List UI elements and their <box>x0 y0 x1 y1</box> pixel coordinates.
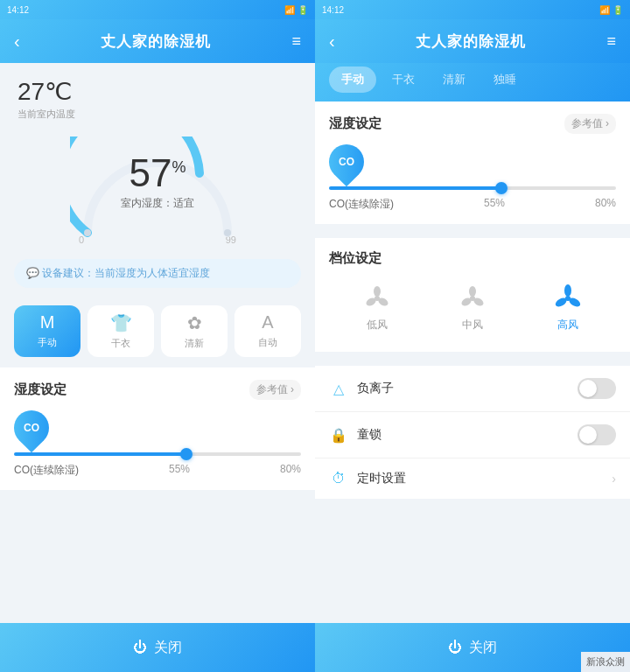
co-badge-text-right: CO <box>339 156 354 168</box>
left-content: 27℃ 当前室内温度 57% 室内湿度：适宜 <box>0 63 315 623</box>
left-header: ‹ 丈人家的除湿机 ≡ <box>0 19 315 63</box>
fan-mid[interactable]: 中风 <box>458 284 486 332</box>
right-header: ‹ 丈人家的除湿机 ≡ <box>315 19 630 63</box>
status-bar-right: 14:12 📶 🔋 <box>315 0 630 19</box>
gauge-section: 57% 室内湿度：适宜 0 99 <box>0 128 315 252</box>
gauge-center: 57% 室内湿度：适宜 <box>121 154 194 211</box>
divider-2 <box>315 359 630 366</box>
signal-icons: 📶 🔋 <box>284 5 308 15</box>
fan-title: 档位设定 <box>329 250 382 267</box>
time-left: 14:12 <box>7 5 29 15</box>
fan-grid: 低风 中风 <box>329 277 616 340</box>
tab-fresh[interactable]: 清新 <box>430 66 478 93</box>
ion-toggle-knob <box>579 380 597 397</box>
power-btn-left[interactable]: ⏻ 关闭 <box>0 623 315 672</box>
ref-btn-right[interactable]: 参考值 › <box>564 114 616 134</box>
timer-arrow-icon: › <box>612 472 616 486</box>
slider-thumb-right[interactable] <box>495 182 508 194</box>
co-badge-left: CO <box>7 403 57 453</box>
co-badge-text-left: CO <box>24 422 39 434</box>
advice-text: 💬 设备建议：当前湿度为人体适宜湿度 <box>26 266 210 281</box>
slider-label-mid: 55% <box>169 463 190 478</box>
ref-btn-left[interactable]: 参考值 › <box>249 380 301 400</box>
manual-label: 手动 <box>38 336 57 349</box>
slider-label-mid-right: 55% <box>484 197 505 212</box>
humidity-title-right: 湿度设定 <box>329 116 382 132</box>
humidity-slider-right[interactable] <box>329 186 616 190</box>
back-button[interactable]: ‹ <box>14 32 20 52</box>
power-label-right: 关闭 <box>469 639 497 657</box>
watermark: 新浪众测 <box>581 652 630 672</box>
humidity-percent: 57% <box>121 154 194 192</box>
slider-label-max: 80% <box>280 463 301 478</box>
co-badge-right: CO <box>322 137 372 187</box>
slider-label-co: CO(连续除湿) <box>14 463 79 478</box>
fan-header: 档位设定 <box>329 250 616 267</box>
toggle-timer-row[interactable]: ⏱ 定时设置 › <box>315 458 630 499</box>
temperature-section: 27℃ 当前室内温度 <box>0 63 315 128</box>
mode-tab-auto[interactable]: A 自动 <box>234 305 301 357</box>
fresh-icon: ✿ <box>187 312 202 333</box>
status-bar-left: 14:12 📶 🔋 <box>0 0 315 19</box>
ion-toggle[interactable] <box>578 378 616 399</box>
mode-tab-manual[interactable]: M 手动 <box>14 305 80 357</box>
divider-1 <box>315 231 630 238</box>
right-panel: 14:12 📶 🔋 ‹ 丈人家的除湿机 ≡ 手动 干衣 清新 独睡 湿度设定 参… <box>315 0 630 672</box>
humidity-card-right: 湿度设定 参考值 › CO CO(连续除湿) 55% 80% <box>315 102 630 224</box>
lock-toggle-knob <box>579 426 597 444</box>
slider-labels-left: CO(连续除湿) 55% 80% <box>14 463 301 478</box>
tab-manual[interactable]: 手动 <box>329 66 376 93</box>
timer-icon: ⏱ <box>329 471 348 486</box>
humidity-header-right: 湿度设定 参考值 › <box>329 114 616 134</box>
right-content: 湿度设定 参考值 › CO CO(连续除湿) 55% 80% 档位设定 <box>315 102 630 623</box>
fan-low[interactable]: 低风 <box>363 284 391 332</box>
mode-tab-dry[interactable]: 👕 干衣 <box>88 305 154 357</box>
fan-card: 档位设定 低风 <box>315 238 630 352</box>
fan-high[interactable]: 高风 <box>554 284 582 332</box>
fan-low-icon <box>363 284 391 312</box>
humidity-title-left: 湿度设定 <box>14 382 66 398</box>
mode-tabs-top: 手动 干衣 清新 独睡 <box>315 63 630 102</box>
ion-icon: △ <box>329 381 348 397</box>
slider-label-co-right: CO(连续除湿) <box>329 197 394 212</box>
humidity-slider-left[interactable] <box>14 452 301 456</box>
manual-icon: M <box>40 312 55 332</box>
mode-tabs-left: M 手动 👕 干衣 ✿ 清新 A 自动 <box>0 295 315 368</box>
slider-label-max-right: 80% <box>595 197 616 212</box>
time-right: 14:12 <box>322 5 344 15</box>
power-icon-right: ⏻ <box>448 640 462 655</box>
slider-labels-right: CO(连续除湿) 55% 80% <box>329 197 616 212</box>
left-panel: 14:12 📶 🔋 ‹ 丈人家的除湿机 ≡ 27℃ 当前室内温度 <box>0 0 315 672</box>
menu-button-left[interactable]: ≡ <box>291 32 301 51</box>
menu-button-right[interactable]: ≡ <box>606 32 616 51</box>
auto-icon: A <box>262 312 273 332</box>
power-icon-left: ⏻ <box>133 640 147 655</box>
fresh-label: 清新 <box>185 337 204 350</box>
advice-banner: 💬 设备建议：当前湿度为人体适宜湿度 <box>14 259 301 288</box>
lock-toggle[interactable] <box>578 424 616 445</box>
fan-low-label: 低风 <box>367 318 388 332</box>
ion-label: 负离子 <box>357 381 569 396</box>
lock-label: 童锁 <box>357 427 569 443</box>
temperature-value: 27℃ <box>18 77 298 106</box>
svg-point-11 <box>564 284 571 297</box>
svg-point-0 <box>84 229 91 236</box>
fan-high-label: 高风 <box>557 318 578 332</box>
right-title: 丈人家的除湿机 <box>416 32 526 52</box>
svg-point-3 <box>374 286 381 297</box>
toggle-lock-row: 🔒 童锁 <box>315 412 630 458</box>
slider-thumb-left[interactable] <box>180 448 192 460</box>
dry-label: 干衣 <box>111 337 130 350</box>
tab-sleep[interactable]: 独睡 <box>481 66 528 93</box>
auto-label: 自动 <box>258 336 277 349</box>
temperature-label: 当前室内温度 <box>18 108 298 121</box>
timer-label: 定时设置 <box>357 471 603 486</box>
mode-tab-fresh[interactable]: ✿ 清新 <box>161 305 228 357</box>
tab-dry[interactable]: 干衣 <box>380 66 427 93</box>
left-title: 丈人家的除湿机 <box>101 32 211 52</box>
dry-icon: 👕 <box>110 312 132 333</box>
humidity-card-left: 湿度设定 参考值 › CO CO(连续除湿) 55% 80% <box>0 368 315 490</box>
back-button-right[interactable]: ‹ <box>329 32 335 52</box>
fan-mid-icon <box>458 284 486 312</box>
svg-point-1 <box>224 229 231 236</box>
